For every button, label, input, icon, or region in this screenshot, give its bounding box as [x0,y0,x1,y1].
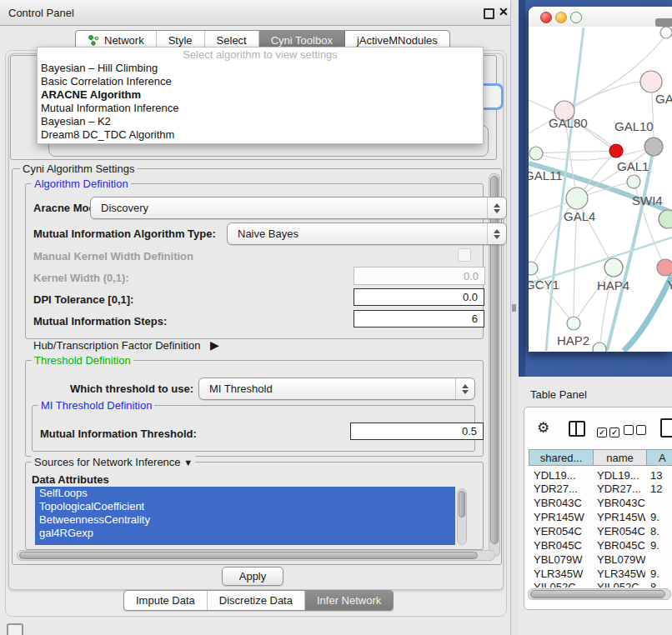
attribute-list-scrollbar[interactable] [457,488,467,545]
table-cell[interactable]: YBR045C [534,539,592,552]
tab-impute-data[interactable]: Impute Data [124,591,208,610]
mi-threshold-label: Mutual Information Threshold: [40,428,197,440]
dpi-tolerance-input[interactable]: 0.0 [354,288,484,306]
deselect-all-checkboxes-icon[interactable] [624,423,646,438]
table-cell[interactable]: 9. [650,539,672,552]
network-node[interactable] [566,188,588,209]
network-node-selected[interactable] [609,144,623,158]
attribute-item-selected[interactable]: BetweennessCentrality [35,513,455,527]
network-node[interactable] [529,147,543,160]
network-node-label: Y [667,278,672,292]
network-node-label: GAL [655,92,672,106]
cyni-algorithm-settings-title: Cyni Algorithm Settings [20,162,137,175]
table-cell[interactable]: 8. [650,581,672,588]
manual-kernel-width-checkbox[interactable] [458,248,471,262]
table-cell[interactable]: YER054C [597,525,645,538]
algorithm-option[interactable]: Basic Correlation Inference [38,75,483,88]
sources-title[interactable]: Sources for Network Inference ▼ [32,456,195,468]
minimized-panel-icon[interactable] [7,623,23,635]
tab-infer-network[interactable]: Infer Network [305,591,393,610]
algorithm-option[interactable]: Mutual Information Inference [38,102,483,115]
mi-algorithm-type-combo[interactable]: Naive Bayes [227,222,507,245]
network-node[interactable] [640,71,662,92]
algorithm-popup-prompt: Select algorithm to view settings [38,48,483,62]
mi-steps-input[interactable]: 6 [354,310,484,328]
table-cell[interactable]: YER054C [534,525,592,538]
aracne-mode-combo[interactable]: Discovery [90,197,507,219]
combo-spinner-icon [487,223,506,244]
bottom-tabbar: Impute Data Discretize Data Infer Networ… [123,590,394,611]
gear-icon[interactable]: ⚙ [537,419,549,436]
mi-threshold-input[interactable]: 0.5 [350,422,484,440]
table-cell[interactable]: YDR27... [534,482,592,495]
attribute-item-selected[interactable]: SelfLoops [35,487,455,500]
table-cell[interactable]: YDL19... [534,469,592,482]
kernel-width-input[interactable]: 0.0 [354,267,485,285]
network-node[interactable] [657,259,672,276]
network-tab-icon [88,34,100,47]
new-table-icon[interactable] [660,418,672,438]
table-cell[interactable]: YLR345W [534,568,592,580]
close-icon[interactable]: ✕ [499,5,509,18]
screen: { "window": { "title": "Control Panel", … [0,0,672,635]
attribute-item-selected[interactable]: gal4RGexp [35,527,455,540]
table-cell[interactable]: YIL052C [597,581,645,588]
table-cell[interactable]: 9. [650,511,672,523]
algorithm-select-popup: Select algorithm to view settings Bayesi… [37,47,484,144]
table-cell[interactable]: YPR145W [534,511,592,523]
table-cell[interactable]: YBR045C [597,539,645,552]
algorithm-option[interactable]: Bayesian – Hill Climbing [38,62,483,75]
hub-tf-definition-toggle[interactable]: Hub/Transcription Factor Definition ▶ [33,338,219,352]
table-horizontal-scrollbar[interactable] [528,588,671,600]
mi-steps-label: Mutual Information Steps: [33,315,167,328]
network-canvas[interactable]: GAL GAL80 GAL10 GAL11 GAL1 SWI4 GAL4 GCY… [529,27,672,352]
algorithm-option-selected[interactable]: ARACNE Algorithm [38,88,483,102]
data-attributes-label: Data Attributes [32,473,109,486]
table-cell[interactable]: 9. [650,568,672,580]
algorithm-definition-title: Algorithm Definition [32,178,131,190]
network-node[interactable] [593,342,606,352]
control-panel-titlebar [0,0,510,26]
network-node[interactable] [567,317,580,330]
which-threshold-combo[interactable]: MI Threshold [198,378,475,400]
network-node[interactable] [604,258,623,277]
algorithm-option[interactable]: Dream8 DC_TDC Algorithm [38,128,483,142]
data-attributes-list: SelfLoops TopologicalCoefficient Between… [35,487,455,545]
split-pane-handle-icon[interactable] [512,304,516,312]
float-window-icon[interactable] [484,8,494,19]
select-all-checkboxes-icon[interactable]: ✓✓ [597,423,619,438]
table-cell[interactable]: 8. [650,525,672,538]
algorithm-option[interactable]: Bayesian – K2 [38,115,483,128]
close-traffic-light-icon[interactable] [540,12,552,23]
table-cell[interactable]: YBR043C [534,497,592,509]
table-cell[interactable]: YBL079W [534,553,592,566]
combo-spinner-icon [487,198,506,218]
column-header-name[interactable]: name [593,449,647,466]
network-node[interactable] [659,210,672,228]
table-cell[interactable]: YIL052C [534,581,592,588]
table-cell[interactable]: YDR27... [597,482,645,495]
minimize-traffic-light-icon[interactable] [555,12,567,23]
table-panel-title: Table Panel [530,388,587,401]
apply-button[interactable]: Apply [222,567,283,586]
table-cell[interactable]: YDL19... [597,469,645,482]
network-window[interactable]: GAL GAL80 GAL10 GAL11 GAL1 SWI4 GAL4 GCY… [529,7,672,352]
table-cell[interactable]: YBR043C [597,497,645,509]
table-cell[interactable]: 12 [650,482,672,495]
column-header-partial[interactable]: A [646,449,672,466]
table-cell[interactable]: 13 [650,469,672,482]
network-node[interactable] [644,138,663,156]
table-cell[interactable]: YBL079W [597,553,645,566]
attribute-item-selected[interactable]: TopologicalCoefficient [35,500,455,513]
columns-icon[interactable] [569,421,585,437]
zoom-traffic-light-icon[interactable] [570,12,582,23]
tab-discretize-data[interactable]: Discretize Data [208,591,305,610]
network-node[interactable] [660,27,672,38]
table-cell[interactable]: YPR145W [597,511,645,523]
column-header-shared-name[interactable]: shared... [529,449,594,466]
table-cell[interactable]: YLR345W [597,568,645,580]
settings-horizontal-scrollbar[interactable] [17,550,495,561]
network-node-label: GAL11 [529,168,563,182]
network-node[interactable] [627,175,640,188]
network-node[interactable] [529,262,538,275]
